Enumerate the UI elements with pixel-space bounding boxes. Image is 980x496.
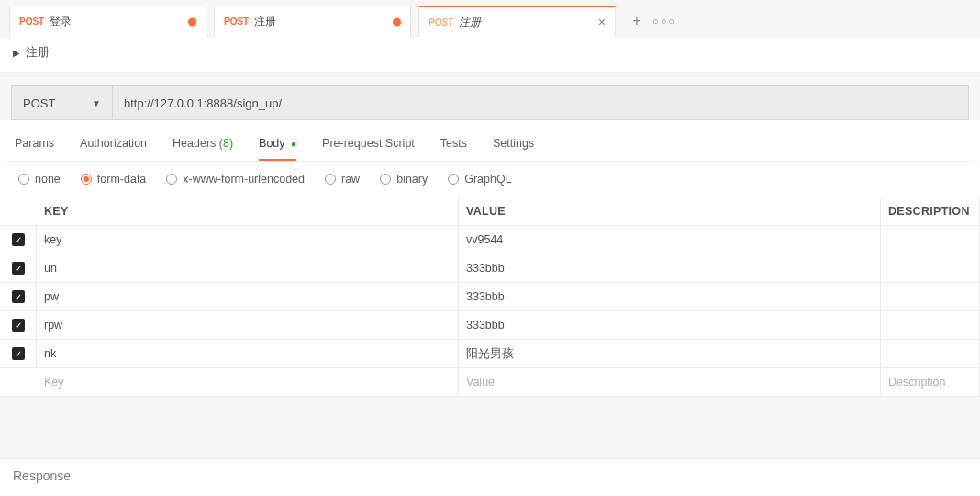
body-type-label: raw [341,173,360,186]
url-bar: POST ▼ http://127.0.0.1:8888/sign_up/ [11,85,969,120]
tab-method: POST [19,17,44,27]
cell-desc[interactable] [881,283,980,310]
body-type-raw[interactable]: raw [325,173,360,186]
tab-register-1[interactable]: POST 注册 [214,6,411,37]
body-type-urlencoded[interactable]: x-www-form-urlencoded [166,173,305,186]
subtab-headers[interactable]: Headers (8) [173,137,233,161]
cell-desc-placeholder[interactable]: Description [881,368,980,396]
tab-register-2[interactable]: POST 注册 × [418,6,616,37]
body-type-row: none form-data x-www-form-urlencoded raw… [0,162,980,197]
body-dirty-dot-icon: ● [291,139,296,149]
cell-desc[interactable] [881,340,980,367]
close-icon[interactable]: × [598,16,606,28]
header-key: KEY [37,197,459,225]
method-select-label: POST [23,96,55,110]
add-tab-button[interactable]: + [623,6,651,37]
cell-desc[interactable] [881,254,980,282]
cell-value[interactable]: vv9544 [459,226,881,254]
response-section[interactable]: Response [0,458,980,496]
url-input[interactable]: http://127.0.0.1:8888/sign_up/ [113,86,968,119]
tab-title: 注册 [254,14,276,29]
cell-value[interactable]: 333bbb [459,283,881,310]
table-header-row: KEY VALUE DESCRIPTION [0,197,980,226]
tab-bar: POST 登录 POST 注册 POST 注册 × + ○○○ [0,0,980,37]
breadcrumb[interactable]: ▶ 注册 [0,36,980,73]
cell-desc[interactable] [881,226,980,254]
subtab-tests[interactable]: Tests [440,137,467,161]
table-row: ✓ key vv9544 [0,226,980,254]
row-checkbox[interactable]: ✓ [12,290,25,303]
radio-icon [166,174,177,185]
subtab-params[interactable]: Params [15,137,54,161]
body-type-binary[interactable]: binary [380,173,428,186]
header-desc: DESCRIPTION [881,197,980,225]
request-subtabs: Params Authorization Headers (8) Body ● … [0,120,980,161]
cell-key[interactable]: pw [37,283,459,310]
row-checkbox[interactable]: ✓ [12,262,25,275]
body-type-form-data[interactable]: form-data [81,173,147,186]
cell-key[interactable]: un [37,254,459,282]
subtab-body[interactable]: Body ● [259,137,296,161]
body-type-label: form-data [97,173,147,186]
cell-key[interactable]: rpw [37,311,459,339]
subtab-body-label: Body [259,137,285,150]
dirty-dot-icon [393,17,401,26]
headers-count: (8) [219,137,233,150]
table-row: ✓ pw 333bbb [0,283,980,311]
dirty-dot-icon [188,17,196,26]
row-checkbox[interactable]: ✓ [12,319,25,332]
tab-overflow-button[interactable]: ○○○ [651,6,678,37]
chevron-down-icon: ▼ [92,98,101,108]
body-type-label: binary [396,173,428,186]
subtab-settings[interactable]: Settings [493,137,534,161]
subtab-prerequest[interactable]: Pre-request Script [322,137,415,161]
body-type-label: x-www-form-urlencoded [183,173,305,186]
cell-value-placeholder[interactable]: Value [459,368,881,396]
body-type-none[interactable]: none [18,173,61,186]
cell-key[interactable]: nk [37,340,459,367]
subtab-authorization[interactable]: Authorization [80,137,147,161]
row-checkbox[interactable]: ✓ [12,233,25,246]
radio-icon [18,174,29,185]
tab-method: POST [224,17,249,27]
radio-icon [380,174,391,185]
chevron-right-icon: ▶ [13,48,20,58]
cell-value[interactable]: 333bbb [459,311,881,339]
tab-title: 登录 [50,14,72,29]
body-type-graphql[interactable]: GraphQL [448,173,511,186]
cell-value[interactable]: 333bbb [459,254,881,282]
subtab-headers-label: Headers [173,137,216,150]
table-row: ✓ nk 阳光男孩 [0,340,980,368]
tab-title: 注册 [459,15,481,30]
body-type-label: GraphQL [464,173,511,186]
radio-icon [325,174,336,185]
radio-icon [448,174,459,185]
row-checkbox[interactable]: ✓ [12,347,25,360]
cell-desc[interactable] [881,311,980,339]
header-value: VALUE [459,197,881,225]
cell-key-placeholder[interactable]: Key [37,368,459,396]
cell-key[interactable]: key [37,226,459,254]
body-type-label: none [35,173,61,186]
radio-icon [81,174,92,185]
method-select[interactable]: POST ▼ [12,86,113,119]
table-row: ✓ rpw 333bbb [0,311,980,340]
breadcrumb-title: 注册 [26,44,50,61]
form-data-table: KEY VALUE DESCRIPTION ✓ key vv9544 ✓ un … [0,197,980,397]
tab-login[interactable]: POST 登录 [9,6,206,37]
table-row: ✓ un 333bbb [0,254,980,283]
tab-method: POST [429,17,453,28]
cell-value[interactable]: 阳光男孩 [459,340,881,367]
table-new-row[interactable]: ✓ Key Value Description [0,368,980,397]
